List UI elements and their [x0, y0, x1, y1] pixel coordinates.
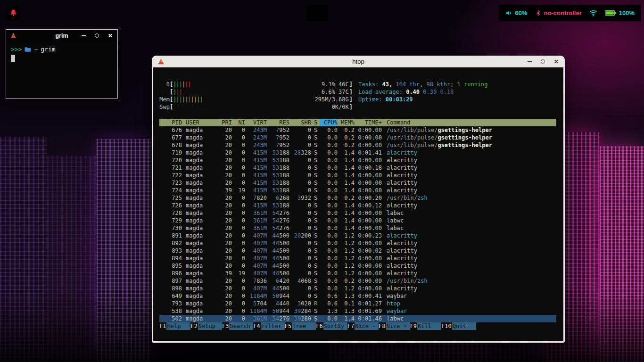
close-icon — [108, 33, 112, 38]
process-row-721[interactable]: 721magda200415M531880S0.01.40:00.18alacr… — [159, 164, 556, 172]
close-icon — [554, 59, 558, 64]
stat-line: Tasks: 43, 104 thr, 98 kthr; 1 running — [358, 81, 488, 88]
meter-0: 0[||||||9.1% 46C] — [159, 81, 353, 88]
maximize-button[interactable] — [94, 33, 99, 38]
function-key-bar: F1HelpF2SetupF3SearchF4FilterF5TreeF6Sor… — [159, 322, 556, 330]
process-row-724[interactable]: 724magda3919415M531880S0.01.40:00.00alac… — [159, 187, 556, 194]
stat-line: Load average: 0.40 0.39 0.18 — [358, 88, 488, 96]
fkey-f9[interactable]: F9Kill — [410, 322, 441, 330]
fkey-f6[interactable]: F6SortBy — [316, 322, 347, 330]
bell-icon — [9, 9, 17, 17]
process-row-722[interactable]: 722magda200415M531880S0.01.40:00.00alacr… — [159, 172, 556, 179]
process-row-678[interactable]: 678magda200243M79520S0.00.20:00.00/usr/l… — [159, 141, 556, 149]
column-header-virt[interactable]: VIRT — [245, 119, 267, 126]
typed-command: grim — [41, 45, 55, 53]
process-row-894[interactable]: 894magda200407M445000S0.01.20:00.00alacr… — [159, 255, 556, 262]
meter-mem: Mem[||||||||||295M/3.68G] — [159, 96, 353, 103]
folder-icon — [25, 47, 31, 52]
fkey-f3[interactable]: F3Search — [222, 322, 253, 330]
minimize-icon — [528, 61, 532, 62]
battery-module[interactable]: 100% — [605, 9, 635, 16]
column-header-pid[interactable]: PID — [159, 119, 182, 126]
process-row-793[interactable]: 793magda200570444403020R0.60.10:01.27hto… — [159, 300, 556, 307]
process-row-892[interactable]: 892magda200407M445000S0.01.20:00.00alacr… — [159, 239, 556, 247]
fkey-f7[interactable]: F7Nice - — [347, 322, 379, 330]
process-row-898[interactable]: 898magda200407M445000S0.01.20:00.00alacr… — [159, 285, 556, 292]
minimize-icon — [82, 35, 86, 36]
column-header-ni[interactable]: NI — [232, 119, 245, 126]
volume-module[interactable]: 60% — [505, 9, 528, 16]
process-row-728[interactable]: 728magda200361M542760S0.01.40:00.00labwc — [159, 209, 556, 217]
fkey-f8[interactable]: F8Nice + — [379, 322, 410, 330]
close-button[interactable] — [553, 59, 558, 64]
process-row-726[interactable]: 726magda200415M531880S0.01.40:00.12alacr… — [159, 202, 556, 209]
process-row-677[interactable]: 677magda200243M79520S0.00.20:00.00/usr/l… — [159, 134, 556, 141]
wifi-module[interactable] — [589, 9, 597, 17]
column-header-command[interactable]: Command — [382, 119, 556, 126]
column-header-res[interactable]: RES — [267, 119, 289, 126]
shell-prompt-line: >>> ~ grim — [11, 45, 113, 53]
process-row-649[interactable]: 649magda2001184M509440S0.61.30:00.41wayb… — [159, 292, 556, 300]
minimize-button[interactable] — [527, 59, 532, 64]
fkey-f1[interactable]: F1Help — [159, 322, 190, 330]
process-row-729[interactable]: 729magda200361M542760S0.01.40:00.00labwc — [159, 217, 556, 224]
close-button[interactable] — [107, 33, 112, 38]
grim-window: grim >>> ~ grim — [6, 29, 118, 99]
column-header-s[interactable]: S — [311, 119, 320, 126]
column-header-mem%[interactable]: MEM% — [338, 119, 355, 126]
bluetooth-icon — [535, 9, 541, 16]
grim-window-controls — [81, 33, 117, 38]
meter-swp: Swp[0K/0K] — [159, 103, 353, 111]
column-header-pri[interactable]: PRI — [217, 119, 232, 126]
column-header-user[interactable]: USER — [182, 119, 217, 126]
htop-titlebar[interactable]: htop — [153, 56, 563, 67]
process-row-730[interactable]: 730magda200361M542760S0.01.40:00.00labwc — [159, 224, 556, 232]
htop-window: htop 0[||||||9.1% 46C][|||6.6% 37C]Mem[|… — [152, 56, 565, 343]
process-row-723[interactable]: 723magda200415M531880S0.01.40:00.00alacr… — [159, 179, 556, 187]
maximize-icon — [95, 33, 99, 38]
column-header-time+[interactable]: TIME+ — [355, 119, 382, 126]
process-row-891[interactable]: 891magda200407M4450020200S0.01.20:00.23a… — [159, 232, 556, 239]
process-row-676[interactable]: 676magda200243M79520S0.00.20:00.00/usr/l… — [159, 126, 556, 134]
fkey-f10[interactable]: F10Quit — [441, 322, 476, 330]
grim-titlebar[interactable]: grim — [6, 30, 117, 41]
htop-terminal[interactable]: 0[||||||9.1% 46C][|||6.6% 37C]Mem[||||||… — [153, 67, 563, 341]
notification-bell-module[interactable] — [7, 6, 20, 20]
volume-level: 60% — [515, 9, 528, 16]
fkey-f4[interactable]: F4Filter — [253, 322, 284, 330]
bluetooth-module[interactable]: no-controller — [535, 9, 582, 16]
fkey-f5[interactable]: F5Tree — [285, 322, 316, 330]
column-header-shr[interactable]: SHR — [289, 119, 311, 126]
process-row-502[interactable]: 502magda200361M5427639280S0.01.40:01.46l… — [159, 315, 556, 322]
bluetooth-status: no-controller — [544, 9, 582, 16]
htop-window-title: htop — [153, 58, 563, 65]
column-header-cpu%[interactable]: CPU% — [320, 119, 338, 126]
meters: 0[||||||9.1% 46C][|||6.6% 37C]Mem[||||||… — [159, 81, 353, 111]
process-row-538[interactable]: 538magda2001184M5094439284S1.31.30:01.69… — [159, 307, 556, 315]
process-row-720[interactable]: 720magda200415M531880S0.01.40:00.00alacr… — [159, 156, 556, 164]
htop-window-controls — [527, 59, 563, 64]
meter-cpu: [|||6.6% 37C] — [159, 88, 353, 96]
process-rows: 676magda200243M79520S0.00.20:00.00/usr/l… — [159, 126, 556, 322]
process-row-725[interactable]: 725magda200782062683932S0.00.20:00.20/us… — [159, 194, 556, 202]
wifi-icon — [589, 9, 597, 17]
maximize-icon — [541, 59, 545, 64]
artix-logo-icon — [10, 33, 17, 39]
status-tray: 60% no-controller 100% — [499, 5, 641, 21]
battery-icon — [605, 10, 616, 16]
process-row-895[interactable]: 895magda200407M445000S0.01.20:00.00alacr… — [159, 262, 556, 270]
stats: Tasks: 43, 104 thr, 98 kthr; 1 runningLo… — [358, 81, 488, 111]
speaker-icon — [505, 9, 512, 16]
process-row-897[interactable]: 897magda200783664204068S0.00.20:00.09/us… — [159, 277, 556, 285]
table-header: PIDUSERPRINIVIRTRESSHRSCPU%MEM%TIME+Comm… — [159, 119, 556, 126]
maximize-button[interactable] — [540, 59, 545, 64]
fkey-f2[interactable]: F2Setup — [190, 322, 222, 330]
workspaces-module[interactable] — [306, 5, 328, 21]
minimize-button[interactable] — [81, 33, 86, 38]
desktop: 60% no-controller 100% — [0, 0, 644, 362]
process-row-893[interactable]: 893magda200407M445000S0.01.20:00.02alacr… — [159, 247, 556, 255]
process-row-896[interactable]: 896magda3919407M445000S0.01.20:00.00alac… — [159, 270, 556, 277]
grim-terminal[interactable]: >>> ~ grim — [6, 41, 117, 98]
process-row-719[interactable]: 719magda200415M5318828328S0.01.40:01.41a… — [159, 149, 556, 156]
stat-line: Uptime: 00:03:29 — [358, 96, 488, 103]
